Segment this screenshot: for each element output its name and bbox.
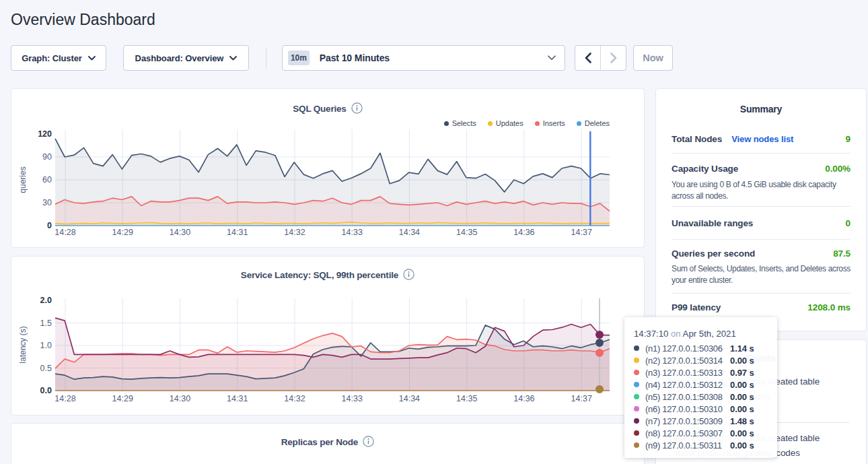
- svg-text:14:33: 14:33: [342, 394, 363, 403]
- svg-text:1.5: 1.5: [40, 319, 52, 328]
- svg-text:14:35: 14:35: [456, 394, 477, 403]
- svg-text:14:31: 14:31: [227, 394, 248, 403]
- svg-text:14:32: 14:32: [284, 228, 305, 237]
- svg-text:14:28: 14:28: [55, 394, 75, 403]
- svg-text:latency (s): latency (s): [18, 326, 28, 363]
- svg-text:0.0: 0.0: [40, 386, 52, 395]
- svg-text:1.0: 1.0: [40, 341, 52, 350]
- svg-text:14:36: 14:36: [513, 228, 534, 237]
- svg-text:2.0: 2.0: [40, 296, 52, 305]
- svg-text:14:32: 14:32: [284, 394, 305, 403]
- svg-text:14:29: 14:29: [112, 394, 133, 403]
- svg-text:14:37: 14:37: [571, 394, 592, 403]
- svg-text:30: 30: [42, 198, 52, 207]
- svg-text:14:30: 14:30: [170, 394, 190, 403]
- svg-text:14:33: 14:33: [342, 228, 363, 237]
- svg-text:0.5: 0.5: [40, 364, 52, 373]
- svg-text:0: 0: [47, 221, 52, 230]
- svg-text:14:37: 14:37: [571, 228, 592, 237]
- svg-text:14:28: 14:28: [55, 228, 75, 237]
- svg-text:14:29: 14:29: [112, 228, 133, 237]
- svg-text:14:35: 14:35: [456, 228, 477, 237]
- svg-text:14:31: 14:31: [227, 228, 248, 237]
- svg-text:90: 90: [42, 152, 52, 162]
- svg-text:60: 60: [42, 175, 52, 185]
- svg-text:120: 120: [38, 129, 52, 139]
- svg-text:14:34: 14:34: [399, 228, 420, 237]
- svg-text:14:30: 14:30: [170, 228, 190, 237]
- svg-text:14:36: 14:36: [513, 394, 534, 403]
- svg-text:14:34: 14:34: [399, 394, 420, 403]
- svg-text:queries: queries: [18, 166, 28, 193]
